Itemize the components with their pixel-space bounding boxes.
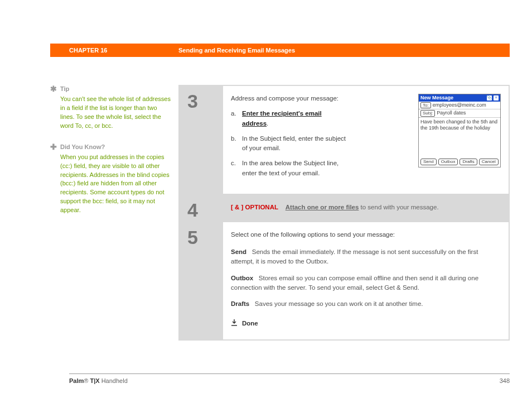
- chapter-header: CHAPTER 16 Sending and Receiving Email M…: [50, 44, 510, 57]
- step-4: 4 [ & ] OPTIONAL Attach one or more file…: [180, 195, 509, 221]
- step-3a-after: .: [267, 120, 268, 127]
- page-number: 348: [500, 377, 510, 384]
- step-5-intro: Select one of the following options to s…: [231, 230, 501, 239]
- palm-to-value: employees@meinc.com: [433, 102, 486, 109]
- dyk-body: When you put addresses in the copies (cc…: [60, 153, 173, 215]
- step-number-cell: 5: [180, 222, 223, 340]
- step-3-body: Address and compose your message: a. Ent…: [223, 86, 509, 194]
- palm-to-label: To:: [420, 102, 431, 109]
- step-number: 3: [187, 90, 223, 112]
- step-3c-text: In the area below the Subject line, ente…: [242, 159, 348, 178]
- attachment-icon: 📎: [487, 95, 492, 100]
- step-3b: b. In the Subject field, enter the subje…: [231, 134, 348, 154]
- step-5: 5 Select one of the following options to…: [180, 222, 509, 340]
- step-number-cell: 4: [180, 195, 223, 221]
- footer-product: Palm® T|X Handheld: [69, 377, 128, 384]
- step-3: 3 Address and compose your message: a. E…: [180, 86, 509, 194]
- step-5-body: Select one of the following options to s…: [223, 222, 509, 340]
- palm-title-text: New Message: [420, 95, 453, 101]
- drafts-text: Saves your message so you can work on it…: [255, 300, 423, 307]
- asterisk-icon: ✱: [50, 85, 57, 93]
- attach-files-link[interactable]: Attach one or more files: [286, 204, 359, 210]
- step-4-after: to send with your message.: [359, 204, 438, 210]
- chapter-title: Sending and Receiving Email Messages: [178, 47, 295, 54]
- palm-drafts-button: Drafts: [460, 159, 477, 165]
- palm-outbox-button: Outbox: [438, 159, 458, 165]
- footer-rest: Handheld: [100, 377, 128, 384]
- drafts-label: Drafts: [231, 300, 249, 307]
- dyk-heading: ✚ Did You Know?: [60, 143, 173, 152]
- option-outbox: Outbox Stores email so you can compose e…: [231, 274, 501, 293]
- menu-icon: ≡: [494, 95, 499, 100]
- palm-cancel-button: Cancel: [479, 159, 499, 165]
- enter-recipient-link[interactable]: Enter the recipient's email address: [242, 110, 322, 126]
- outbox-text: Stores email so you can compose email of…: [231, 275, 478, 291]
- footer-model: T|X: [88, 377, 99, 384]
- palm-body-text: Have been changed to the 5th and the 19t…: [419, 118, 500, 157]
- palm-button-row: Send Outbox Drafts Cancel: [419, 157, 500, 167]
- palm-device-screenshot: New Message 📎 ≡ To: employees@meinc.com …: [418, 94, 501, 167]
- step-3-intro: Address and compose your message:: [231, 94, 348, 103]
- step-number: 5: [187, 227, 223, 248]
- palm-subj-label: Subj:: [420, 110, 435, 117]
- option-drafts: Drafts Saves your message so you can wor…: [231, 299, 501, 309]
- step-number: 4: [187, 199, 223, 221]
- step-3a: a. Enter the recipient's email address.: [231, 109, 348, 128]
- letter-a: a.: [231, 109, 242, 128]
- letter-c: c.: [231, 159, 242, 178]
- page-footer: Palm® T|X Handheld 348: [69, 373, 510, 384]
- palm-titlebar: New Message 📎 ≡: [419, 94, 500, 102]
- dyk-heading-text: Did You Know?: [60, 143, 105, 150]
- send-text: Sends the email immediately. If the mess…: [231, 248, 478, 265]
- download-icon: [231, 318, 238, 329]
- step-number-cell: 3: [180, 86, 223, 194]
- done-row: Done: [231, 318, 501, 329]
- palm-send-button: Send: [420, 159, 437, 165]
- dyk-block: ✚ Did You Know? When you put addresses i…: [60, 143, 173, 215]
- palm-to-field: To: employees@meinc.com: [419, 102, 500, 110]
- letter-b: b.: [231, 134, 242, 154]
- tip-heading-text: Tip: [60, 85, 69, 92]
- option-send: Send Sends the email immediately. If the…: [231, 247, 501, 267]
- tip-heading: ✱ Tip: [60, 85, 173, 94]
- send-label: Send: [231, 248, 246, 255]
- tip-body: You can't see the whole list of addresse…: [60, 95, 173, 131]
- steps-container: 3 Address and compose your message: a. E…: [178, 85, 510, 341]
- footer-brand: Palm: [69, 377, 84, 384]
- step-4-body: [ & ] OPTIONAL Attach one or more files …: [223, 195, 509, 221]
- done-label: Done: [242, 319, 258, 328]
- palm-subj-value: Payroll dates: [437, 110, 466, 117]
- plus-icon: ✚: [50, 143, 57, 151]
- optional-tag: [ & ] OPTIONAL: [231, 204, 278, 210]
- step-3c: c. In the area below the Subject line, e…: [231, 159, 348, 178]
- step-3b-text: In the Subject field, enter the subject …: [242, 134, 348, 154]
- sidebar: ✱ Tip You can't see the whole list of ad…: [50, 85, 178, 341]
- chapter-label: CHAPTER 16: [50, 47, 178, 54]
- palm-subj-field: Subj: Payroll dates: [419, 109, 500, 118]
- outbox-label: Outbox: [231, 275, 253, 281]
- tip-block: ✱ Tip You can't see the whole list of ad…: [60, 85, 173, 131]
